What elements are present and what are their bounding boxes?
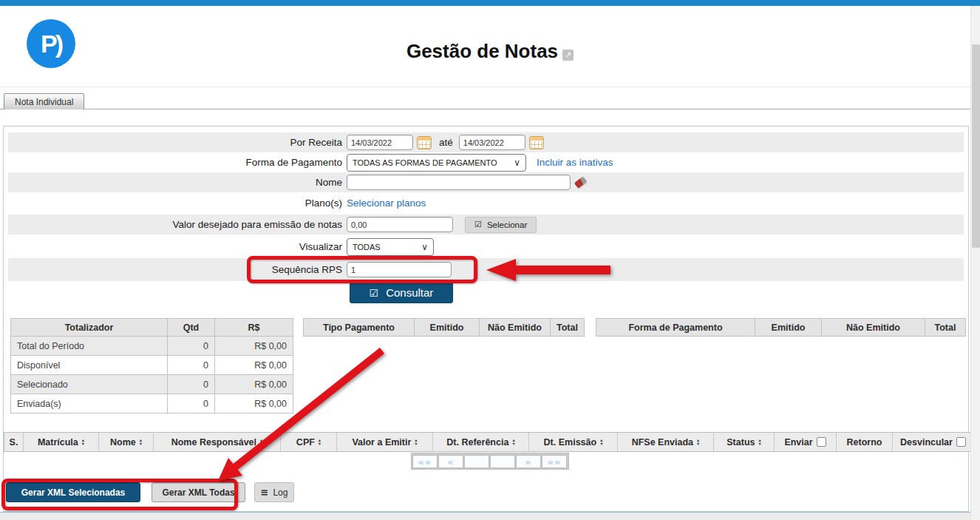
calendar-icon[interactable] [529,136,544,149]
emitido-header: Emitido [755,319,822,337]
col-desvincular: Desvincular [893,433,973,451]
tab-underline [0,109,980,109]
col-s: S. [4,433,24,451]
forma-pagamento-header: Forma de Pagamento [596,319,755,337]
log-button[interactable]: ≡ Log [254,482,294,502]
nome-input[interactable] [347,175,571,190]
previous-page-button[interactable]: « [438,455,463,468]
forma-pagamento-label: Forma de Pagamento [8,157,347,168]
col-nome-responsavel[interactable]: Nome Responsável [154,433,281,451]
row-nome: Nome [8,172,964,192]
sort-icon[interactable] [600,439,602,446]
valor-desejado-input[interactable] [347,217,453,232]
sort-icon[interactable] [758,439,760,446]
sort-icon[interactable] [82,439,84,446]
row-label: Total do Período [11,337,168,356]
row-sequencia-rps: Sequência RPS [8,258,964,281]
row-label: Disponível [11,356,168,375]
gestao-de-notas-page: P) Gestão de Notas↗ Nota Individual Por … [0,0,980,520]
gerar-xml-selecionadas-button[interactable]: Gerar XML Selecionadas [6,482,140,502]
header: Gestão de Notas↗ [0,40,980,63]
total-header: Total [925,319,966,337]
col-dt-emissao[interactable]: Dt. Emissão [529,433,618,451]
col-status[interactable]: Status [714,433,775,451]
sort-icon[interactable] [415,439,417,446]
visualizar-label: Visualizar [8,241,347,252]
table-row: Disponível 0 R$ 0,00 [11,356,293,375]
page-cell[interactable] [464,455,489,468]
row-qtd: 0 [168,356,215,375]
col-nfse-enviada[interactable]: NFSe Enviada [618,433,714,451]
nao-emitido-header: Não Emitido [822,319,925,337]
chevron-down-icon: ∨ [514,158,520,168]
row-planos: Plano(s) Selecionar planos [8,193,964,213]
tipo-pagamento-header-row: Tipo Pagamento Emitido Não Emitido Total [304,319,585,337]
col-valor-a-emitir[interactable]: Valor a Emitir [337,433,433,451]
col-matricula[interactable]: Matrícula [24,433,99,451]
calendar-icon[interactable] [417,136,432,149]
enviar-checkbox[interactable] [817,437,826,447]
totalizador-header: Totalizador [11,319,168,337]
selecionar-button[interactable]: ☑ Selecionar [465,217,537,233]
col-enviar: Enviar [775,433,837,451]
row-label: Enviada(s) [11,394,168,413]
next-page-button[interactable]: » [516,455,541,468]
visualizar-select[interactable]: TODAS ∨ [347,238,434,256]
row-label: Selecionado [11,375,168,394]
last-page-button[interactable]: »» [542,455,567,468]
table-row: Selecionado 0 R$ 0,00 [11,375,293,394]
sequencia-rps-label: Sequência RPS [8,264,347,275]
sort-icon[interactable] [260,439,262,446]
sort-icon[interactable] [512,439,514,446]
checkbox-checked-icon: ☑ [370,287,379,299]
col-retorno: Retorno [837,433,893,451]
consultar-button[interactable]: ☑ Consultar [350,282,453,303]
list-icon: ≡ [261,487,269,498]
row-valor: R$ 0,00 [215,356,293,375]
por-receita-from-input[interactable] [347,135,413,150]
first-page-button[interactable]: «« [412,455,438,468]
forma-pagamento-table: Forma de Pagamento Emitido Não Emitido T… [596,318,966,337]
col-nome[interactable]: Nome [99,433,154,451]
por-receita-to-input[interactable] [459,135,525,150]
total-header: Total [551,319,585,337]
chevron-down-icon: ∨ [421,242,428,252]
page-cell[interactable] [490,455,515,468]
gerar-xml-todas-button[interactable]: Gerar XML Todas [152,482,245,502]
notas-table-header: S. Matrícula Nome Nome Responsável CPF V… [4,432,974,452]
nao-emitido-header: Não Emitido [480,319,551,337]
log-button-label: Log [273,487,287,498]
consultar-button-label: Consultar [386,286,433,299]
row-visualizar: Visualizar TODAS ∨ [8,237,964,257]
forma-pagamento-select[interactable]: TODAS AS FORMAS DE PAGAMENTO ∨ [347,154,526,172]
sort-icon[interactable] [319,439,321,446]
desvincular-checkbox[interactable] [956,437,966,447]
tab-nota-individual[interactable]: Nota Individual [4,93,84,109]
row-forma-pagamento: Forma de Pagamento TODAS AS FORMAS DE PA… [8,152,964,172]
valor-header: R$ [215,319,293,337]
eraser-icon[interactable] [574,176,587,188]
totalizador-table: Totalizador Qtd R$ Total do Período 0 R$… [10,318,293,413]
external-link-icon[interactable]: ↗ [562,50,574,61]
col-cpf[interactable]: CPF [281,433,337,451]
tipo-pagamento-header: Tipo Pagamento [304,319,415,337]
footer-bar [0,512,980,520]
selecionar-planos-link[interactable]: Selecionar planos [347,197,426,209]
scrollbar-thumb[interactable] [972,44,980,248]
sort-icon[interactable] [140,439,142,446]
vertical-scrollbar[interactable] [970,6,980,520]
sort-icon[interactable] [697,439,699,446]
valor-desejado-label: Valor desejado para emissão de notas [8,219,347,230]
col-dt-referencia[interactable]: Dt. Referência [433,433,529,451]
checkbox-checked-icon: ☑ [474,220,482,229]
row-qtd: 0 [168,337,215,356]
sequencia-rps-input[interactable] [347,262,452,277]
incluir-inativas-link[interactable]: Incluir as inativas [537,157,613,168]
row-qtd: 0 [168,375,215,394]
row-valor-desejado: Valor desejado para emissão de notas ☑ S… [8,215,964,234]
selecionar-button-label: Selecionar [487,220,527,229]
row-valor: R$ 0,00 [215,337,293,356]
forma-pagamento-header-row: Forma de Pagamento Emitido Não Emitido T… [596,319,966,337]
tipo-pagamento-table: Tipo Pagamento Emitido Não Emitido Total [303,318,585,337]
row-valor: R$ 0,00 [215,375,293,394]
